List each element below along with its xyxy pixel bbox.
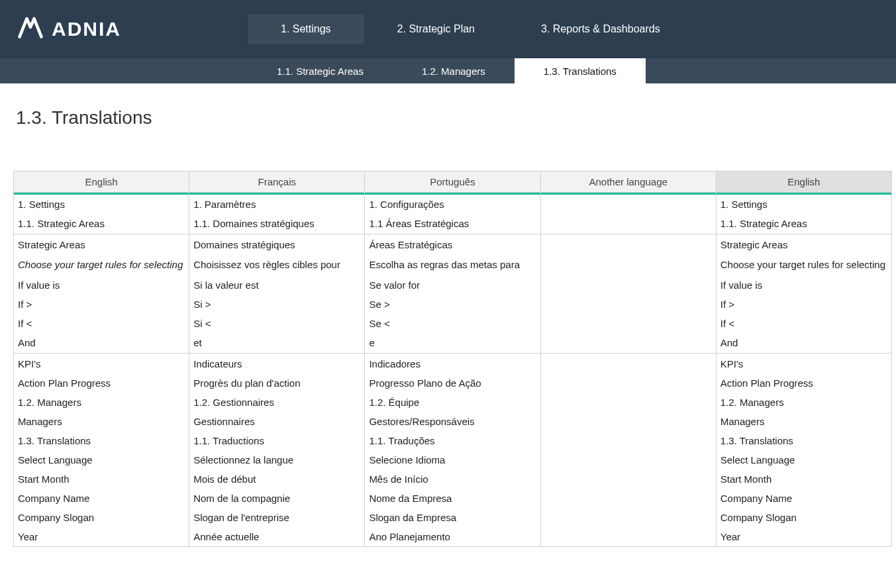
table-cell[interactable] bbox=[540, 412, 716, 431]
table-cell[interactable]: Company Slogan bbox=[14, 508, 189, 527]
table-cell[interactable]: 1. Settings bbox=[14, 195, 189, 214]
table-cell[interactable]: And bbox=[14, 333, 189, 354]
table-cell[interactable]: And bbox=[716, 333, 891, 354]
table-cell[interactable]: Select Language bbox=[716, 450, 891, 469]
table-cell[interactable]: Indicateurs bbox=[189, 353, 365, 373]
table-cell[interactable] bbox=[540, 214, 716, 234]
table-cell[interactable] bbox=[540, 431, 716, 450]
column-header-1: Français bbox=[189, 172, 365, 193]
table-cell[interactable]: If value is bbox=[716, 275, 891, 295]
main-tab-1[interactable]: 2. Strategic Plan bbox=[364, 14, 508, 44]
table-cell[interactable]: Si > bbox=[189, 295, 365, 314]
table-cell[interactable] bbox=[540, 195, 716, 214]
table-cell[interactable] bbox=[540, 450, 716, 469]
table-cell[interactable]: Se > bbox=[365, 295, 540, 314]
table-cell[interactable] bbox=[540, 275, 716, 295]
table-cell[interactable]: Action Plan Progress bbox=[14, 373, 189, 393]
sub-tab-0[interactable]: 1.1. Strategic Areas bbox=[248, 58, 393, 83]
table-cell[interactable]: 1. Configurações bbox=[365, 195, 540, 214]
table-cell[interactable]: KPI's bbox=[14, 353, 189, 373]
table-cell[interactable]: 1.2. Gestionnaires bbox=[189, 393, 365, 412]
table-cell[interactable]: e bbox=[365, 333, 540, 354]
main-tab-0[interactable]: 1. Settings bbox=[248, 14, 364, 44]
table-cell[interactable] bbox=[540, 373, 716, 393]
table-cell[interactable]: 1.2. Managers bbox=[14, 393, 189, 412]
table-cell[interactable]: Slogan da Empresa bbox=[365, 508, 540, 527]
table-cell[interactable]: If > bbox=[14, 295, 189, 314]
table-cell[interactable] bbox=[540, 234, 716, 254]
table-cell[interactable]: et bbox=[189, 333, 365, 354]
table-cell[interactable]: Choose your target rules for selecting c… bbox=[716, 254, 891, 275]
main-tab-2[interactable]: 3. Reports & Dashboards bbox=[508, 14, 693, 44]
table-cell[interactable]: Si < bbox=[189, 314, 365, 333]
table-cell[interactable] bbox=[540, 527, 716, 547]
table-cell[interactable]: If < bbox=[716, 314, 891, 333]
table-cell[interactable]: If > bbox=[716, 295, 891, 314]
table-cell[interactable]: Indicadores bbox=[365, 353, 540, 373]
table-cell[interactable]: Sélectionnez la langue bbox=[189, 450, 365, 469]
table-cell[interactable]: 1. Paramètres bbox=[189, 195, 365, 214]
table-cell[interactable]: Slogan de l'entreprise bbox=[189, 508, 365, 527]
table-cell[interactable] bbox=[540, 353, 716, 373]
table-cell[interactable] bbox=[540, 314, 716, 333]
table-cell[interactable]: Action Plan Progress bbox=[716, 373, 891, 393]
table-cell[interactable]: Strategic Areas bbox=[716, 234, 891, 254]
brand-name: ADNIA bbox=[52, 18, 121, 40]
table-cell[interactable]: Managers bbox=[716, 412, 891, 431]
table-cell[interactable]: Select Language bbox=[14, 450, 189, 469]
table-cell[interactable]: Selecione Idioma bbox=[365, 450, 540, 469]
table-cell[interactable]: 1.2. Équipe bbox=[365, 393, 540, 412]
table-cell[interactable]: Mês de Início bbox=[365, 469, 540, 489]
table-cell[interactable]: Company Name bbox=[14, 489, 189, 508]
table-cell[interactable]: Company Name bbox=[716, 489, 891, 508]
table-cell[interactable]: 1.3. Translations bbox=[14, 431, 189, 450]
table-cell[interactable]: 1. Settings bbox=[716, 195, 891, 214]
table-cell[interactable] bbox=[540, 489, 716, 508]
table-cell[interactable] bbox=[540, 254, 716, 275]
table-cell[interactable]: Si la valeur est bbox=[189, 275, 365, 295]
table-cell[interactable]: 1.1. Strategic Areas bbox=[716, 214, 891, 234]
table-cell[interactable]: 1.2. Managers bbox=[716, 393, 891, 412]
table-cell[interactable]: Choose your target rules for selecting c… bbox=[14, 254, 189, 275]
table-cell[interactable]: If < bbox=[14, 314, 189, 333]
table-cell[interactable]: Áreas Estratégicas bbox=[365, 234, 540, 254]
table-cell[interactable]: Company Slogan bbox=[716, 508, 891, 527]
table-cell[interactable]: Start Month bbox=[14, 469, 189, 489]
table-cell[interactable]: Se < bbox=[365, 314, 540, 333]
table-cell[interactable] bbox=[540, 333, 716, 354]
table-row: 1.1. Strategic Areas1.1. Domaines straté… bbox=[14, 214, 892, 234]
table-cell[interactable]: Managers bbox=[14, 412, 189, 431]
table-cell[interactable]: Start Month bbox=[716, 469, 891, 489]
table-cell[interactable]: Ano Planejamento bbox=[365, 527, 540, 547]
table-cell[interactable]: 1.1. Traduções bbox=[365, 431, 540, 450]
table-cell[interactable]: Strategic Areas bbox=[14, 234, 189, 254]
table-cell[interactable]: Year bbox=[716, 527, 891, 547]
table-cell[interactable]: Se valor for bbox=[365, 275, 540, 295]
table-cell[interactable]: Progresso Plano de Ação bbox=[365, 373, 540, 393]
table-cell[interactable]: If value is bbox=[14, 275, 189, 295]
table-cell[interactable]: KPI's bbox=[716, 353, 891, 373]
table-cell[interactable]: Nom de la compagnie bbox=[189, 489, 365, 508]
table-cell[interactable]: Domaines stratégiques bbox=[189, 234, 365, 254]
table-cell[interactable] bbox=[540, 469, 716, 489]
table-cell[interactable]: 1.3. Translations bbox=[716, 431, 891, 450]
table-cell[interactable]: Gestionnaires bbox=[189, 412, 365, 431]
table-cell[interactable]: 1.1. Strategic Areas bbox=[14, 214, 189, 234]
table-cell[interactable]: Progrès du plan d'action bbox=[189, 373, 365, 393]
table-cell[interactable]: Année actuelle bbox=[189, 527, 365, 547]
sub-tab-1[interactable]: 1.2. Managers bbox=[393, 58, 515, 83]
table-cell[interactable]: Year bbox=[14, 527, 189, 547]
table-row: Select LanguageSélectionnez la langueSel… bbox=[14, 450, 892, 469]
table-cell[interactable]: Mois de début bbox=[189, 469, 365, 489]
sub-tab-2[interactable]: 1.3. Translations bbox=[515, 58, 646, 83]
table-cell[interactable]: Choisissez vos règles cibles pour sélect… bbox=[189, 254, 365, 275]
table-cell[interactable]: Escolha as regras das metas para seleção… bbox=[365, 254, 540, 275]
table-cell[interactable]: Gestores/Responsáveis bbox=[365, 412, 540, 431]
table-cell[interactable]: Nome da Empresa bbox=[365, 489, 540, 508]
table-cell[interactable]: 1.1. Traductions bbox=[189, 431, 365, 450]
table-cell[interactable]: 1.1 Áreas Estratégicas bbox=[365, 214, 540, 234]
table-cell[interactable] bbox=[540, 393, 716, 412]
table-cell[interactable] bbox=[540, 508, 716, 527]
table-cell[interactable] bbox=[540, 295, 716, 314]
table-cell[interactable]: 1.1. Domaines stratégiques bbox=[189, 214, 365, 234]
